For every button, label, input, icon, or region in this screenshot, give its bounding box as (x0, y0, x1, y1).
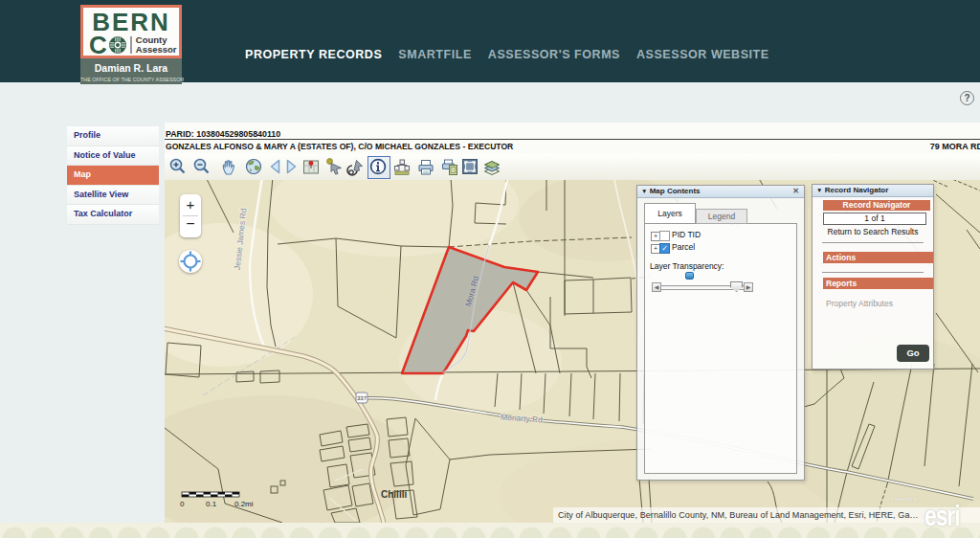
svg-text:0.1: 0.1 (206, 500, 217, 508)
svg-text:337: 337 (357, 395, 368, 401)
svg-text:Chilili: Chilili (381, 489, 407, 500)
svg-text:0: 0 (180, 500, 185, 508)
svg-text:0.2mi: 0.2mi (234, 500, 254, 508)
